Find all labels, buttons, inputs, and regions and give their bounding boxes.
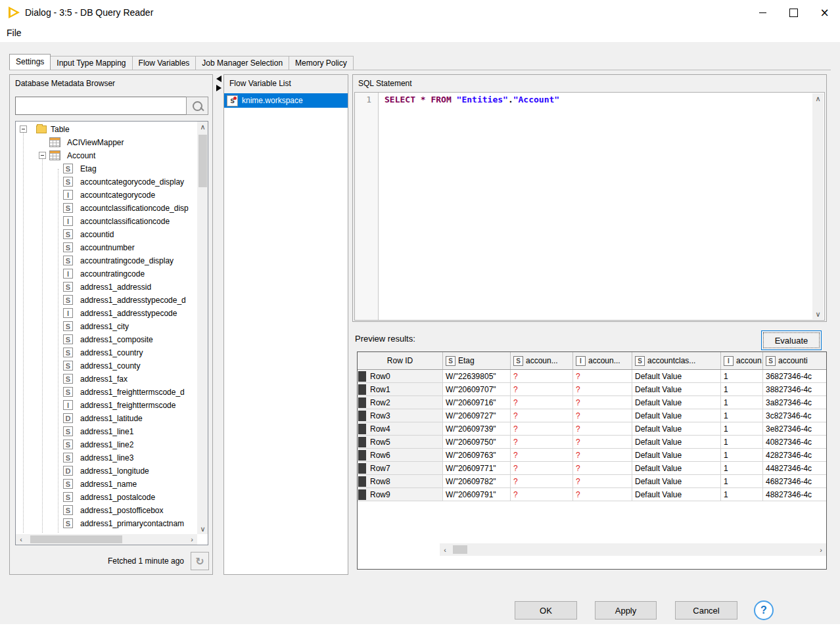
scrollbar-thumb[interactable] [453,545,467,554]
search-button[interactable] [186,97,208,115]
s-type-icon: S [63,348,73,357]
column-header-accoun...[interactable]: Saccoun... [511,352,573,369]
row-id-cell: Row3 [358,409,443,422]
tree-item-address1_addresstypecode_d[interactable]: Saddress1_addresstypecode_d [16,294,197,307]
table-row[interactable]: Row0W/"22639805"??Default Value136827346… [358,370,826,383]
tree-item-address1_latitude[interactable]: Daddress1_latitude [16,412,197,425]
tree-item-ACIViewMapper[interactable]: ACIViewMapper [16,136,197,149]
s-type-icon: S [63,374,73,384]
scroll-right-icon[interactable]: › [187,534,197,545]
tree-item-accountratingcode[interactable]: Iaccountratingcode [16,267,197,281]
maximize-button[interactable] [778,0,809,25]
splitter[interactable] [216,76,223,95]
table-row[interactable]: Row2W/"20609716"??Default Value13a827346… [358,396,826,409]
table-row[interactable]: Row8W/"20609782"??Default Value146827346… [358,475,826,488]
tree-item-address1_postalcode[interactable]: Saddress1_postalcode [16,491,197,504]
tree-item-accountclassificationcode[interactable]: Iaccountclassificationcode [16,215,197,228]
tree-item-address1_country[interactable]: Saddress1_country [16,346,197,359]
scrollbar-thumb[interactable] [198,135,207,187]
table-row[interactable]: Row6W/"20609763"??Default Value142827346… [358,449,826,462]
ok-button[interactable]: OK [515,601,577,620]
tree-item-Table[interactable]: Table [16,123,197,136]
tree-item-address1_city[interactable]: Saddress1_city [16,320,197,333]
collapse-left-icon[interactable] [216,76,222,82]
tree-item-address1_line2[interactable]: Saddress1_line2 [16,438,197,451]
tree-item-address1_freighttermscode[interactable]: Iaddress1_freighttermscode [16,399,197,412]
table-row[interactable]: Row3W/"20609727"??Default Value13c827346… [358,409,826,422]
tree-item-address1_primarycontactnam[interactable]: Saddress1_primarycontactnam [16,517,197,530]
sql-editor[interactable]: 1 SELECT * FROM "Entities"."Account" ∧ ∨ [354,92,825,321]
cell-value: 36827346-4c [766,372,812,381]
tree-item-Etag[interactable]: SEtag [16,162,197,175]
scroll-down-icon[interactable]: ∨ [197,524,208,534]
help-button[interactable]: ? [754,600,774,620]
column-header-Etag[interactable]: SEtag [443,352,511,369]
scroll-down-icon[interactable]: ∨ [812,309,824,319]
cell-value: Row2 [370,398,390,407]
table-row[interactable]: Row4W/"20609739"??Default Value13e827346… [358,422,826,436]
tree-item-address1_line3[interactable]: Saddress1_line3 [16,451,197,464]
tree-item-accountnumber[interactable]: Saccountnumber [16,241,197,254]
table-row[interactable]: Row9W/"20609791"??Default Value148827346… [358,488,826,501]
flow-variable-item[interactable]: sknime.workspace [224,93,348,108]
search-input[interactable] [15,97,187,115]
table-cell: 36827346-4c [763,370,827,383]
evaluate-button[interactable]: Evaluate [761,330,822,350]
tree-item-address1_composite[interactable]: Saddress1_composite [16,333,197,346]
tree-item-address1_freighttermscode_d[interactable]: Saddress1_freighttermscode_d [16,386,197,399]
table-horizontal-scrollbar[interactable]: ‹ › [440,543,826,556]
tree-item-label: address1_latitude [80,414,143,423]
collapse-icon[interactable] [20,125,27,133]
tree-item-address1_addresstypecode[interactable]: Iaddress1_addresstypecode [16,307,197,320]
collapse-icon[interactable] [39,152,46,159]
minimize-button[interactable] [747,0,778,25]
scrollbar-thumb[interactable] [30,535,122,543]
column-header-accountclas...[interactable]: Saccountclas... [632,352,721,369]
dialog-window: Dialog - 3:5 - DB Query Reader × File Se… [0,0,840,632]
cell-value: W/"20609707" [446,385,496,394]
apply-button[interactable]: Apply [595,601,657,620]
tree-item-address1_addressid[interactable]: Saddress1_addressid [16,281,197,294]
table-row[interactable]: Row5W/"20609750"??Default Value140827346… [358,436,826,449]
scroll-right-icon[interactable]: › [816,543,826,556]
collapse-right-icon[interactable] [216,85,222,91]
tree-item-address1_county[interactable]: Saddress1_county [16,359,197,372]
tree-item-address1_name[interactable]: Saddress1_name [16,478,197,491]
cell-value: ? [513,385,518,394]
tree-item-address1_postofficebox[interactable]: Saddress1_postofficebox [16,504,197,517]
tree-item-accountcategorycode_display[interactable]: Saccountcategorycode_display [16,175,197,189]
cell-value: ? [576,477,580,486]
tab-settings[interactable]: Settings [9,54,51,70]
table-row[interactable]: Row7W/"20609771"??Default Value144827346… [358,462,826,475]
sql-code-line[interactable]: SELECT * FROM "Entities"."Account" [379,93,812,322]
tree-item-accountclassificationcode_disp[interactable]: Saccountclassificationcode_disp [16,202,197,215]
tree-vertical-scrollbar[interactable]: ∧ ∨ [197,122,208,534]
tree-item-accountratingcode_display[interactable]: Saccountratingcode_display [16,254,197,267]
tree-item-address1_longitude[interactable]: Daddress1_longitude [16,464,197,478]
tree-item-accountid[interactable]: Saccountid [16,228,197,241]
column-header-accoun...[interactable]: Iaccoun... [573,352,632,369]
tree-item-address1_line1[interactable]: Saddress1_line1 [16,425,197,438]
tab-flow-variables[interactable]: Flow Variables [132,56,197,70]
tab-job-manager-selection[interactable]: Job Manager Selection [195,56,289,70]
table-row[interactable]: Row1W/"20609707"??Default Value138827346… [358,383,826,396]
column-header-accoun...[interactable]: Iaccoun... [721,352,763,369]
sql-vertical-scrollbar[interactable]: ∧ ∨ [812,93,824,319]
menu-file[interactable]: File [7,28,22,38]
tree-item-address1_fax[interactable]: Saddress1_fax [16,372,197,386]
close-button[interactable]: × [809,0,840,25]
column-header-Row ID[interactable]: Row ID [358,352,443,369]
scroll-up-icon[interactable]: ∧ [197,122,208,132]
scroll-left-icon[interactable]: ‹ [16,534,26,545]
tab-input-type-mapping[interactable]: Input Type Mapping [50,56,132,70]
tree-item-accountcategorycode[interactable]: Iaccountcategorycode [16,189,197,202]
refresh-button[interactable]: ↻ [191,552,209,570]
scroll-left-icon[interactable]: ‹ [440,543,450,556]
tree-item-Account[interactable]: Account [16,149,197,162]
scroll-up-icon[interactable]: ∧ [812,93,824,104]
column-header-label: accounti [778,356,808,365]
cancel-button[interactable]: Cancel [675,601,737,620]
column-header-accounti[interactable]: Saccounti [763,352,827,369]
tab-memory-policy[interactable]: Memory Policy [289,56,354,70]
tree-horizontal-scrollbar[interactable]: ‹ › [16,534,197,545]
